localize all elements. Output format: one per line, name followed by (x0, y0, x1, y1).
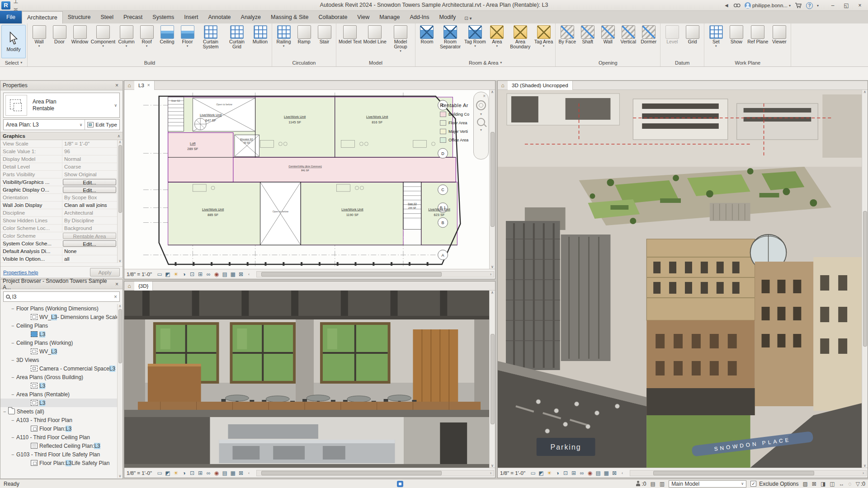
app-store-cart-icon[interactable] (795, 2, 802, 9)
shadows-icon[interactable] (180, 470, 188, 476)
temporary-hide-icon[interactable] (204, 470, 212, 476)
mullion-button[interactable]: Mullion ▾ (250, 25, 270, 44)
sun-path-icon[interactable] (545, 470, 553, 476)
worksharing-display-icon[interactable] (229, 271, 237, 277)
close-button[interactable]: × (854, 1, 866, 10)
reveal-hidden-icon[interactable] (212, 470, 221, 476)
select-links-icon[interactable]: ▨ (803, 481, 808, 487)
file-menu-button[interactable]: File (0, 11, 22, 23)
panel-label-select[interactable]: Select▾ (0, 59, 27, 66)
property-row[interactable]: Show Hidden Lines By Discipline (0, 217, 123, 225)
property-row[interactable]: Graphic Display O... Edit... (0, 186, 123, 194)
reveal-hidden-icon[interactable] (212, 271, 221, 277)
exclude-options-checkbox[interactable]: ✓ Exclude Options (750, 481, 798, 487)
property-row[interactable]: Default Analysis Di... None (0, 248, 123, 255)
sheet-view-floor-plan-l3[interactable]: Floor Plan: L3 (0, 424, 123, 433)
column-button[interactable]: Column ▾ (116, 25, 137, 47)
wall-opening-button[interactable]: Wall ▾ (598, 25, 618, 44)
search-clear-icon[interactable]: × (114, 294, 117, 300)
ribbon-tab[interactable]: Analyze (236, 11, 266, 23)
constraints-icon[interactable] (610, 470, 618, 476)
tree-collapse-icon[interactable]: − (11, 357, 16, 363)
detail-level-icon[interactable] (156, 470, 164, 476)
exterior-3d-canvas[interactable]: Parking SNOWDON PLACE ∧∨ (498, 90, 868, 468)
property-row[interactable]: Color Scheme Loc... Background (0, 225, 123, 232)
group-area-plans-rentable[interactable]: − Area Plans (Rentable) (0, 390, 123, 399)
group-ceiling-plans[interactable]: − Ceiling Plans (0, 321, 123, 330)
detail-level-icon[interactable] (156, 271, 164, 277)
measure-icon[interactable]: ⊥ (11, 0, 20, 5)
curtain-system-button[interactable]: Curtain System ▾ (198, 25, 224, 49)
interior-horizontal-scrollbar[interactable]: › (256, 470, 494, 476)
ref-plane-button[interactable]: Ref Plane ▾ (746, 25, 769, 44)
ribbon-tab[interactable]: Manage (374, 11, 405, 23)
group-floor-plans-working-dimensions[interactable]: − Floor Plans (Working Dimensions) (0, 304, 123, 313)
ribbon-tab[interactable]: Modify (434, 11, 461, 23)
room-separator-button[interactable]: Room Separator ▾ (437, 25, 463, 49)
browser-scrollbar[interactable]: ∧ ∨ (117, 304, 123, 478)
element-selector[interactable]: Area Plan: L3 (4, 122, 80, 128)
area-boundary-button[interactable]: Area Boundary ▾ (507, 25, 533, 49)
temporary-hide-icon[interactable] (578, 470, 586, 476)
sun-path-icon[interactable] (172, 271, 180, 277)
worksharing-display-icon[interactable] (229, 470, 237, 476)
browser-search-box[interactable]: l3 × (3, 291, 120, 302)
dormer-button[interactable]: Dormer ▾ (638, 25, 659, 44)
zoom-dropdown-icon[interactable]: ▾ (480, 128, 482, 132)
visual-style-icon[interactable] (164, 470, 172, 476)
properties-help-link[interactable]: Properties help (3, 270, 38, 275)
group-sheets-all[interactable]: − Sheets (all) (0, 407, 123, 416)
editable-items-indicator[interactable]: :0 (636, 481, 646, 487)
tree-collapse-icon[interactable]: − (11, 340, 16, 346)
select-underlay-icon[interactable]: ⊠ (812, 481, 816, 487)
scroll-right-icon[interactable]: › (860, 471, 866, 475)
navbar-dropdown-icon[interactable]: ▾ (480, 112, 482, 116)
ribbon-tab[interactable]: Structure (63, 11, 96, 23)
plan-canvas[interactable]: E D C B.1 B A Live/Work Unit 647 SF Live… (124, 90, 495, 269)
ribbon-tab[interactable]: Add-Ins (405, 11, 434, 23)
ribbon-tab[interactable]: Collaborate (313, 11, 352, 23)
project-browser-header[interactable]: Project Browser - Snowdon Towers Sample … (0, 280, 123, 289)
worksets-icon[interactable]: ▤ (650, 481, 655, 487)
view-scale-button[interactable]: 1/8" = 1'-0" (127, 272, 152, 277)
grid-button[interactable]: Grid ▾ (682, 25, 703, 44)
tree-collapse-icon[interactable]: − (3, 409, 8, 414)
component-button[interactable]: Component ▾ (90, 25, 116, 47)
sun-path-icon[interactable] (172, 470, 180, 476)
view-camera-commercial-space-l3[interactable]: Camera - Commercial Space L3 (0, 364, 123, 373)
worksharing-display-icon[interactable] (602, 470, 610, 476)
zoom-icon[interactable] (477, 118, 485, 126)
selection-filter-indicator[interactable]: ▽ :0 (856, 481, 865, 487)
wall-button[interactable]: Wall ▾ (29, 25, 49, 47)
interior-vertical-scrollbar[interactable]: ∧∨ (489, 291, 495, 468)
tab-close-icon[interactable]: × (147, 83, 150, 88)
navigation-bar[interactable]: × ▾ ▾ (473, 92, 489, 160)
show-work-plane-button[interactable]: Show ▾ (726, 25, 746, 44)
scroll-left-icon[interactable]: ‹ (619, 471, 625, 475)
apply-button[interactable]: Apply (90, 268, 120, 277)
property-row[interactable]: System Color Sche... Edit... (0, 240, 123, 248)
ribbon-tab[interactable]: Annotate (203, 11, 236, 23)
interior-3d-canvas[interactable]: ∧∨ (124, 291, 495, 468)
tag-area-button[interactable]: Tag Area ▾ (533, 25, 554, 47)
panel-label-room-area[interactable]: Room & Area▾ (415, 59, 555, 66)
reveal-hidden-icon[interactable] (586, 470, 594, 476)
property-row[interactable]: Detail Level Coarse (0, 163, 123, 171)
user-account-button[interactable]: philippe.bonn... ▾ (745, 2, 791, 9)
ribbon-tab[interactable]: Massing & Site (266, 11, 313, 23)
modify-options-icon[interactable]: ⊡ ▾ (461, 16, 475, 23)
tree-collapse-icon[interactable]: − (11, 418, 16, 423)
steering-wheel-icon[interactable] (476, 100, 486, 110)
level-button[interactable]: Level ▾ (662, 25, 682, 44)
selector-dropdown-icon[interactable]: ∨ (80, 122, 85, 127)
background-processes-icon[interactable]: ◌ (849, 481, 852, 487)
revit-logo[interactable]: R (1, 1, 10, 9)
temporary-properties-icon[interactable] (221, 470, 229, 476)
scroll-left-icon[interactable]: ‹ (246, 471, 252, 475)
ribbon-tab[interactable]: Steel (95, 11, 118, 23)
navbar-close-icon[interactable]: × (483, 94, 486, 99)
select-pinned-icon[interactable]: ◨ (821, 481, 826, 487)
exterior-horizontal-scrollbar[interactable]: › (630, 470, 867, 476)
view-tab-3d[interactable]: {3D} (134, 282, 153, 291)
window-button[interactable]: Window ▾ (70, 25, 90, 44)
